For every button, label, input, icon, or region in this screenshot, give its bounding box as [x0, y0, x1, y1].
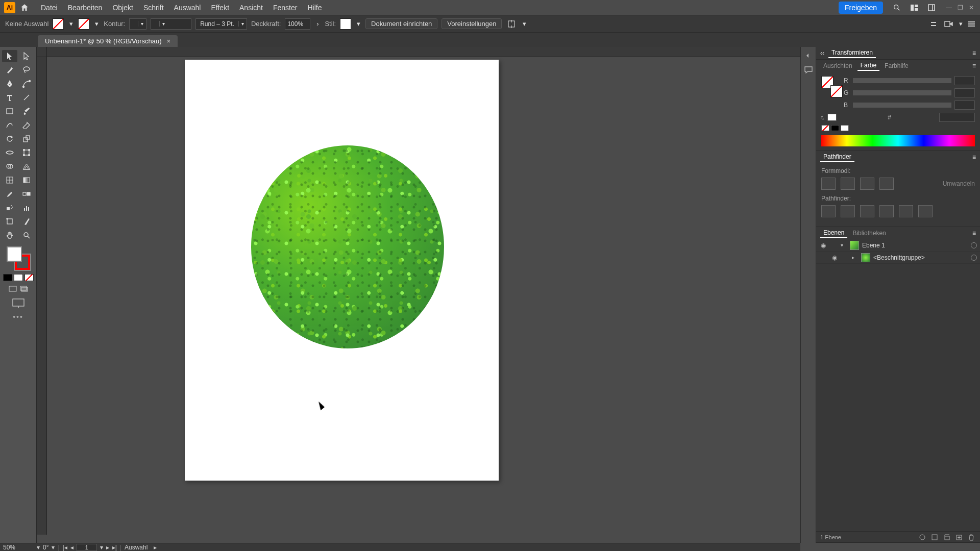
text-color-icon[interactable]: t.	[821, 114, 824, 120]
layer-row[interactable]: ◉ ▾ Ebene 1	[816, 239, 980, 252]
libraries-tab[interactable]: Bibliotheken	[849, 229, 889, 238]
twisty-icon[interactable]: ▸	[852, 255, 858, 260]
selection-tool[interactable]	[2, 50, 17, 62]
draw-behind-icon[interactable]	[19, 285, 29, 292]
curvature-tool[interactable]	[19, 78, 34, 90]
fill-indicator[interactable]	[7, 246, 22, 262]
minus-back-icon[interactable]	[918, 205, 933, 217]
twisty-icon[interactable]: ▾	[841, 242, 847, 248]
menu-view[interactable]: Ansicht	[234, 4, 268, 12]
edit-toolbar-icon[interactable]: •••	[13, 313, 23, 321]
variable-width-combo[interactable]: ▾	[151, 18, 191, 30]
dock-collapse-top-icon[interactable]: ‹‹	[820, 49, 824, 57]
stroke-swatch[interactable]	[78, 18, 89, 30]
menu-type[interactable]: Schrift	[138, 4, 169, 12]
style-chevron-icon[interactable]: ▾	[355, 20, 361, 28]
new-sublayer-icon[interactable]	[942, 533, 951, 541]
unite-icon[interactable]	[821, 178, 836, 190]
brush-combo[interactable]: Rund – 3 Pt.▾	[195, 18, 247, 30]
status-chevron-icon[interactable]: ▸	[154, 544, 157, 551]
new-layer-icon[interactable]	[954, 533, 964, 541]
stroke-chevron-icon[interactable]: ▾	[93, 20, 100, 28]
zoom-level[interactable]: 50%	[3, 544, 34, 551]
outline-icon[interactable]	[899, 205, 913, 217]
locate-object-icon[interactable]	[918, 533, 927, 541]
slice-tool[interactable]	[19, 215, 34, 228]
vertical-ruler[interactable]	[37, 57, 47, 535]
type-tool[interactable]	[2, 91, 17, 104]
none-swatch[interactable]	[821, 125, 829, 131]
menu-window[interactable]: Fenster	[268, 4, 302, 12]
document-setup-button[interactable]: Dokument einrichten	[365, 18, 437, 29]
black-swatch[interactable]	[831, 125, 839, 131]
target-icon[interactable]	[971, 255, 977, 261]
zoom-chevron-icon[interactable]: ▾	[37, 544, 40, 551]
menu-effect[interactable]: Effekt	[206, 4, 234, 12]
shape-builder-tool[interactable]	[2, 160, 17, 172]
artboard-nav-chevron-icon[interactable]: ▾	[100, 544, 103, 551]
visibility-icon[interactable]: ◉	[830, 254, 839, 261]
pathfinder-panel-menu-icon[interactable]: ≡	[972, 154, 976, 161]
menu-file[interactable]: Datei	[36, 4, 63, 12]
tab-close-icon[interactable]: ×	[167, 37, 171, 45]
mesh-tool[interactable]	[2, 174, 17, 186]
home-icon[interactable]	[18, 2, 31, 14]
g-value-input[interactable]	[954, 88, 975, 97]
layer-name[interactable]: Ebene 1	[862, 242, 968, 249]
menu-select[interactable]: Auswahl	[169, 4, 206, 12]
style-swatch[interactable]	[340, 18, 351, 30]
color-guide-tab[interactable]: Farbhilfe	[881, 61, 912, 70]
blend-tool[interactable]	[19, 188, 34, 200]
color-mode-none[interactable]	[24, 274, 34, 281]
layers-tab[interactable]: Ebenen	[820, 228, 847, 238]
paintbrush-tool[interactable]	[19, 105, 34, 117]
layer-name[interactable]: <Beschnittgruppe>	[873, 254, 968, 261]
last-color-swatch[interactable]	[827, 114, 837, 121]
hand-tool[interactable]	[2, 229, 17, 241]
g-slider[interactable]	[853, 90, 951, 95]
symbol-sprayer-tool[interactable]	[2, 202, 17, 214]
align-tab[interactable]: Ausrichten	[820, 61, 855, 70]
column-graph-tool[interactable]	[19, 202, 34, 214]
perspective-grid-tool[interactable]	[19, 160, 34, 172]
magic-wand-tool[interactable]	[2, 64, 17, 76]
pen-tool[interactable]	[2, 78, 17, 90]
gradient-tool[interactable]	[19, 174, 34, 186]
rectangle-tool[interactable]	[2, 105, 17, 117]
target-icon[interactable]	[971, 242, 977, 248]
artboard[interactable]	[185, 60, 499, 481]
artboard-tool[interactable]	[2, 215, 17, 228]
control-collapse-icon[interactable]	[931, 20, 939, 28]
color-panel-menu-icon[interactable]: ≡	[972, 62, 976, 69]
shaper-tool[interactable]	[2, 119, 17, 131]
trim-icon[interactable]	[841, 205, 855, 217]
stroke-weight-combo[interactable]: ▾	[129, 18, 146, 30]
transform-tab[interactable]: Transformieren	[828, 48, 876, 58]
layer-thumbnail[interactable]	[850, 241, 859, 250]
eyedropper-tool[interactable]	[2, 188, 17, 200]
zoom-tool[interactable]	[19, 229, 34, 241]
make-clipping-mask-icon[interactable]	[930, 533, 939, 541]
color-tab[interactable]: Farbe	[857, 61, 879, 71]
direct-selection-tool[interactable]	[19, 50, 34, 62]
opacity-input[interactable]	[285, 18, 310, 30]
visibility-icon[interactable]: ◉	[819, 242, 827, 249]
draw-normal-icon[interactable]	[8, 285, 17, 292]
merge-icon[interactable]	[860, 205, 874, 217]
artboard-prev-icon[interactable]: ◂	[70, 544, 74, 551]
width-tool[interactable]	[2, 146, 17, 159]
layer-thumbnail[interactable]	[861, 253, 870, 262]
free-transform-tool[interactable]	[19, 146, 34, 159]
color-mode-solid[interactable]	[3, 274, 12, 281]
expand-button[interactable]: Umwandeln	[943, 180, 975, 187]
maximize-icon[interactable]: ❐	[955, 3, 965, 12]
scale-tool[interactable]	[19, 133, 34, 145]
control-hamburger-icon[interactable]	[968, 20, 975, 28]
color-mode-gradient[interactable]	[14, 274, 23, 281]
artboard-number-input[interactable]	[77, 544, 97, 551]
artboard-first-icon[interactable]: |◂	[63, 544, 67, 551]
arrange-documents-icon[interactable]	[909, 2, 920, 13]
intersect-icon[interactable]	[860, 178, 874, 190]
artboard-last-icon[interactable]: ▸|	[112, 544, 117, 551]
preferences-button[interactable]: Voreinstellungen	[442, 18, 502, 29]
